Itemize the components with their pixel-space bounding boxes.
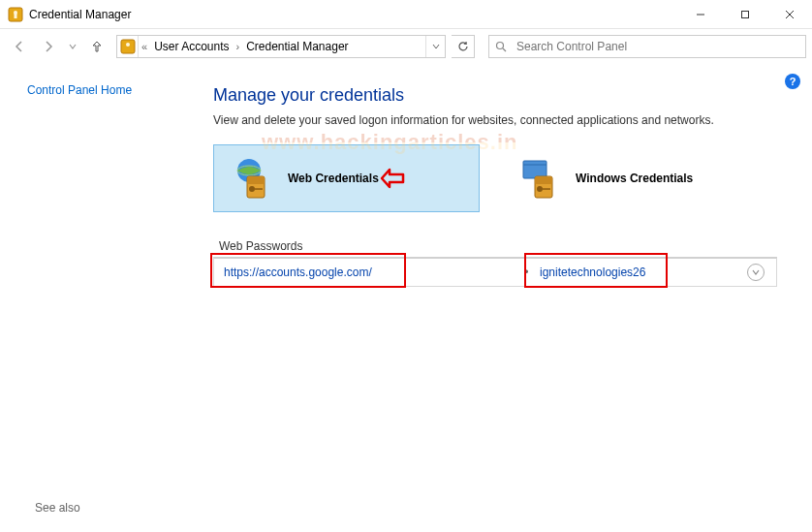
titlebar: Credential Manager	[0, 0, 812, 29]
web-credentials-card[interactable]: Web Credentials	[213, 144, 480, 212]
page-subtext: View and delete your saved logon informa…	[213, 113, 777, 127]
svg-point-15	[249, 186, 255, 192]
annotation-box-url	[210, 253, 406, 288]
minimize-button[interactable]	[678, 0, 723, 29]
svg-point-8	[126, 43, 130, 47]
search-input[interactable]	[513, 40, 805, 53]
windows-credentials-card[interactable]: Windows Credentials	[501, 144, 767, 212]
body: ? Control Panel Home See also Manage you…	[0, 64, 812, 532]
control-panel-home-link[interactable]: Control Panel Home	[27, 83, 203, 97]
breadcrumb-separator-icon: ›	[234, 41, 243, 52]
svg-rect-4	[742, 11, 749, 17]
svg-line-10	[503, 48, 506, 51]
recent-dropdown[interactable]	[64, 33, 81, 60]
navbar: « User Accounts › Credential Manager	[0, 29, 812, 64]
up-button[interactable]	[83, 33, 110, 60]
breadcrumb-credential-manager[interactable]: Credential Manager	[242, 38, 352, 55]
forward-button[interactable]	[35, 33, 62, 60]
location-icon	[117, 36, 139, 57]
windows-credentials-label: Windows Credentials	[576, 172, 693, 185]
credential-entry-row[interactable]: https://accounts.google.com/ • ignitetec…	[213, 258, 777, 287]
breadcrumb-user-accounts[interactable]: User Accounts	[150, 38, 233, 55]
breadcrumb-prefix-icon: «	[139, 41, 150, 52]
back-button[interactable]	[6, 33, 33, 60]
svg-rect-17	[523, 161, 547, 178]
expand-entry-button[interactable]	[747, 264, 765, 281]
address-bar[interactable]: « User Accounts › Credential Manager	[116, 35, 446, 58]
web-credentials-icon	[230, 155, 276, 202]
page-heading: Manage your credentials	[213, 85, 777, 106]
main-area: Manage your credentials View and delete …	[203, 64, 812, 532]
credential-type-row: www.hackingarticles.in Web Credentials	[213, 144, 777, 212]
see-also-heading: See also	[35, 501, 80, 515]
credential-manager-icon	[8, 7, 23, 22]
annotation-box-username	[524, 253, 668, 288]
left-pane: Control Panel Home	[0, 64, 203, 532]
svg-rect-22	[543, 188, 550, 190]
window-title: Credential Manager	[29, 8, 678, 21]
annotation-arrow-icon	[380, 168, 405, 189]
svg-point-21	[537, 186, 543, 192]
windows-credentials-icon	[517, 155, 564, 202]
web-credentials-label: Web Credentials	[288, 172, 379, 185]
refresh-button[interactable]	[452, 35, 475, 58]
svg-rect-20	[535, 176, 552, 184]
svg-rect-2	[15, 14, 17, 18]
svg-rect-16	[255, 188, 263, 190]
svg-rect-14	[247, 176, 265, 184]
svg-point-9	[496, 42, 503, 48]
search-icon	[489, 41, 513, 53]
search-box[interactable]	[488, 35, 806, 58]
address-dropdown[interactable]	[425, 36, 445, 57]
maximize-button[interactable]	[723, 0, 767, 29]
close-button[interactable]	[767, 0, 812, 29]
